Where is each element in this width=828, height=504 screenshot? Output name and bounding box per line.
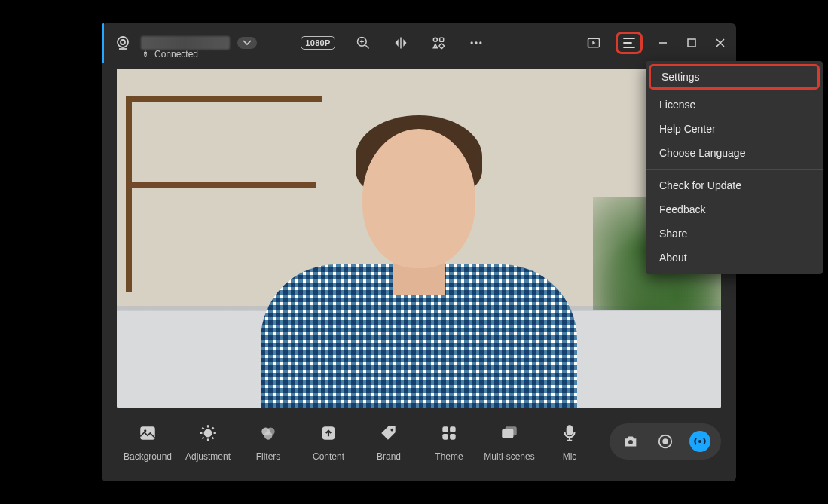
svg-point-13: [205, 430, 212, 437]
record-button[interactable]: [655, 431, 676, 452]
menu-label: Help Center: [659, 123, 716, 135]
tool-brand[interactable]: Brand: [362, 421, 415, 462]
svg-rect-11: [140, 426, 155, 439]
maximize-button[interactable]: [683, 35, 700, 51]
titlebar-right: [584, 32, 729, 54]
svg-point-28: [662, 438, 668, 444]
svg-point-1: [121, 40, 125, 44]
svg-point-16: [264, 432, 273, 440]
snapshot-button[interactable]: [620, 431, 641, 452]
menu-label: Settings: [661, 71, 700, 83]
status-label: Connected: [154, 49, 198, 60]
tool-theme[interactable]: Theme: [423, 421, 475, 462]
tool-label: Mic: [563, 451, 577, 462]
webcam-icon: [112, 32, 133, 53]
minimize-button[interactable]: [655, 35, 671, 51]
menu-divider: [646, 169, 823, 170]
menu-label: Check for Update: [659, 179, 741, 191]
svg-rect-19: [442, 426, 448, 432]
mirror-flip-icon[interactable]: [391, 33, 411, 53]
capture-controls: [610, 423, 721, 460]
svg-rect-5: [438, 44, 444, 49]
svg-rect-25: [567, 426, 573, 435]
image-icon: [136, 421, 160, 445]
svg-point-12: [144, 429, 146, 432]
svg-rect-21: [442, 434, 448, 440]
tag-icon: [377, 421, 401, 445]
svg-point-3: [433, 38, 437, 41]
menu-label: Feedback: [659, 203, 705, 215]
svg-rect-4: [439, 38, 443, 41]
menu-item-settings-highlighted[interactable]: Settings: [649, 64, 820, 90]
scenes-icon: [497, 421, 521, 445]
tool-filters[interactable]: Filters: [242, 421, 295, 462]
svg-rect-20: [450, 426, 456, 432]
menu-label: About: [659, 252, 687, 264]
tool-label: Background: [124, 451, 172, 462]
video-preview[interactable]: [117, 69, 721, 408]
resolution-chip[interactable]: 1080P: [301, 36, 335, 50]
bottom-toolbar: Background Adjustment Filters Content Br…: [102, 421, 736, 469]
theme-icon: [437, 421, 461, 445]
menu-item-license[interactable]: License: [646, 93, 823, 117]
upload-icon: [316, 421, 341, 445]
connector-icon: [141, 50, 150, 59]
tool-label: Content: [313, 451, 344, 462]
svg-point-18: [390, 429, 393, 432]
svg-point-0: [118, 37, 128, 47]
tool-label: Multi-scenes: [484, 451, 534, 462]
zoom-in-icon[interactable]: [353, 33, 373, 53]
app-window: 1080P: [102, 23, 736, 481]
svg-rect-10: [688, 39, 695, 47]
svg-rect-24: [506, 426, 517, 435]
svg-point-7: [475, 41, 477, 44]
tool-multi-scenes[interactable]: Multi-scenes: [483, 421, 536, 462]
svg-point-26: [628, 440, 633, 444]
video-person: [261, 106, 577, 408]
filters-icon: [256, 421, 280, 445]
tool-mic[interactable]: Mic: [543, 421, 596, 462]
more-dots-icon[interactable]: [466, 33, 486, 53]
grid-shapes-icon[interactable]: [429, 33, 448, 53]
menu-label: Choose Language: [659, 147, 745, 159]
menu-label: License: [659, 99, 695, 111]
svg-point-8: [479, 41, 481, 44]
hamburger-dropdown: Settings License Help Center Choose Lang…: [646, 61, 823, 274]
close-button[interactable]: [712, 35, 729, 51]
menu-item-feedback[interactable]: Feedback: [646, 197, 823, 221]
device-dropdown-caret[interactable]: [237, 37, 257, 49]
svg-point-29: [698, 440, 701, 443]
svg-point-6: [470, 41, 472, 44]
tool-background[interactable]: Background: [121, 421, 174, 462]
tool-adjustment[interactable]: Adjustment: [182, 421, 234, 462]
pip-icon[interactable]: [584, 33, 603, 53]
titlebar-center: 1080P: [301, 33, 485, 53]
mic-icon: [558, 421, 582, 445]
hamburger-menu-highlighted[interactable]: [616, 32, 643, 54]
connection-status: Connected: [141, 49, 198, 60]
tool-label: Adjustment: [185, 451, 231, 462]
tool-content[interactable]: Content: [302, 421, 355, 462]
menu-item-choose-language[interactable]: Choose Language: [646, 141, 823, 165]
menu-item-help-center[interactable]: Help Center: [646, 117, 823, 141]
menu-item-share[interactable]: Share: [646, 221, 823, 246]
tool-label: Filters: [256, 451, 281, 462]
menu-item-check-update[interactable]: Check for Update: [646, 173, 823, 197]
svg-rect-22: [450, 434, 456, 440]
tool-label: Theme: [435, 451, 463, 462]
menu-item-about[interactable]: About: [646, 246, 823, 270]
stream-button[interactable]: [689, 431, 710, 452]
menu-label: Share: [659, 228, 687, 240]
device-name-redacted[interactable]: [141, 36, 230, 50]
accent-bar: [102, 23, 104, 63]
tool-label: Brand: [377, 451, 401, 462]
brightness-icon: [196, 421, 220, 445]
